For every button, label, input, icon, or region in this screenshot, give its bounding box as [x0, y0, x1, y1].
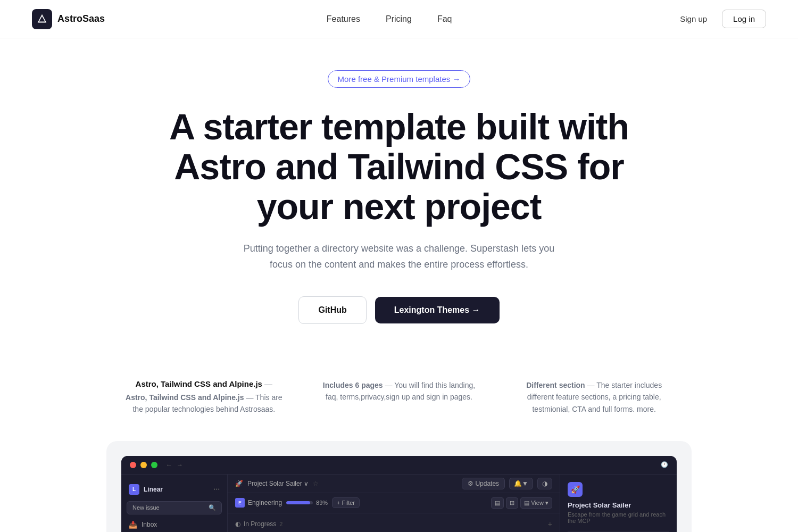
nav-pricing[interactable]: Pricing — [386, 14, 412, 24]
nav-forward: → — [177, 461, 183, 469]
hero-title: A starter template built with Astro and … — [160, 107, 638, 226]
project-icon: L — [129, 484, 139, 495]
sidebar-project-name: Linear — [144, 486, 163, 493]
github-button[interactable]: GitHub — [298, 296, 366, 324]
signup-button[interactable]: Sign up — [674, 10, 713, 28]
screenshot-card: ← → 🕐 L Linear ⋯ New issue 🔍 — [106, 441, 692, 532]
badge-link[interactable]: More free & Premium templates → — [328, 70, 471, 88]
feature-1: Astro, Tailwind CSS and Alpine.js — Astr… — [122, 379, 286, 415]
detail-project-desc: Escape from the game grid and reach the … — [568, 511, 669, 524]
clock-icon: 🕐 — [661, 461, 668, 468]
in-progress-icon: ◐ — [235, 520, 240, 528]
theme-btn[interactable]: ◑ — [537, 478, 552, 489]
app-window: ← → 🕐 L Linear ⋯ New issue 🔍 — [121, 456, 677, 532]
features-section: Astro, Tailwind CSS and Alpine.js — Astr… — [80, 379, 718, 441]
star-icon: ☆ — [313, 480, 319, 487]
sidebar-item-inbox[interactable]: 📥 Inbox — [121, 518, 227, 532]
nav-features[interactable]: Features — [327, 14, 360, 24]
nav-actions: Sign up Log in — [674, 10, 766, 28]
feature-1-title: Astro, Tailwind CSS and Alpine.js — — [122, 379, 286, 388]
feature-3: Different section — The starter includes… — [512, 379, 676, 415]
grid-view-btn[interactable]: ⊞ — [506, 497, 518, 509]
sidebar-item-inbox-label: Inbox — [142, 521, 157, 528]
brand: AstroSaas — [32, 9, 105, 29]
progress-value: 89% — [316, 500, 328, 506]
in-progress-section: ◐ In Progress 2 + ··· ENG-248 🟡 Release … — [228, 513, 560, 532]
hero-section: More free & Premium templates → A starte… — [0, 38, 798, 379]
hero-subtitle: Putting together a directory website was… — [239, 241, 559, 272]
login-button[interactable]: Log in — [722, 10, 766, 28]
dot-minimize — [140, 462, 147, 468]
app-body: L Linear ⋯ New issue 🔍 📥 Inbox ◎ M — [121, 475, 677, 532]
dot-close — [130, 462, 136, 468]
logo-icon — [32, 9, 52, 29]
detail-panel: 🚀 Project Solar Sailer Escape from the g… — [560, 475, 677, 532]
add-issue-btn[interactable]: + — [548, 520, 552, 528]
feature-3-desc: Different section — The starter includes… — [512, 379, 676, 415]
window-titlebar: ← → 🕐 — [121, 456, 677, 475]
bell-btn[interactable]: 🔔▼ — [509, 478, 533, 489]
cta-group: GitHub Lexington Themes → — [298, 296, 499, 324]
progress-container: 89% — [286, 500, 328, 506]
dot-maximize — [151, 462, 157, 468]
feature-2-desc: Includes 6 pages — You will find this la… — [318, 379, 481, 403]
project-topbar-name: Project Solar Sailer ∨ — [247, 480, 309, 487]
in-progress-label: In Progress — [244, 520, 276, 528]
nav-links: Features Pricing Faq — [327, 14, 452, 24]
screenshot-wrapper: ← → 🕐 L Linear ⋯ New issue 🔍 — [0, 441, 798, 532]
progress-fill — [286, 501, 310, 504]
new-issue-button[interactable]: New issue 🔍 — [127, 501, 222, 514]
navbar: AstroSaas Features Pricing Faq Sign up L… — [0, 0, 798, 38]
filter-btn[interactable]: + Filter — [332, 497, 360, 508]
view-dropdown-btn[interactable]: ▤ View ▾ — [520, 497, 552, 509]
toolbar-team: E Engineering — [235, 498, 282, 508]
list-view-btn[interactable]: ▤ — [491, 497, 504, 509]
in-progress-count: 2 — [279, 521, 282, 527]
progress-bar — [286, 501, 313, 504]
detail-panel-icon: 🚀 — [568, 482, 583, 497]
in-progress-header: ◐ In Progress 2 + — [228, 517, 560, 531]
team-avatar: E — [235, 498, 245, 508]
updates-btn[interactable]: ⚙ Updates — [462, 478, 505, 489]
view-options: ▤ ⊞ ▤ View ▾ — [491, 497, 552, 509]
detail-project-name: Project Solar Sailer — [568, 501, 669, 509]
feature-1-desc: Astro, Tailwind CSS and Alpine.js — This… — [122, 392, 286, 415]
main-content: 🚀 Project Solar Sailer ∨ ☆ ⚙ Updates 🔔▼ … — [228, 475, 560, 532]
sidebar: L Linear ⋯ New issue 🔍 📥 Inbox ◎ M — [121, 475, 228, 532]
inbox-icon: 📥 — [129, 521, 137, 529]
sidebar-project: L Linear ⋯ — [121, 481, 227, 498]
project-topbar: 🚀 Project Solar Sailer ∨ ☆ ⚙ Updates 🔔▼ … — [228, 475, 560, 493]
title-controls: ← → — [166, 461, 183, 469]
lexington-button[interactable]: Lexington Themes → — [375, 297, 500, 323]
nav-back: ← — [166, 461, 172, 469]
feature-2: Includes 6 pages — You will find this la… — [318, 379, 481, 415]
project-icon-small: 🚀 — [235, 480, 243, 487]
team-name: Engineering — [248, 499, 282, 506]
nav-faq[interactable]: Faq — [437, 14, 452, 24]
brand-name: AstroSaas — [57, 13, 105, 24]
main-toolbar: E Engineering 89% + Filter — [228, 493, 560, 513]
